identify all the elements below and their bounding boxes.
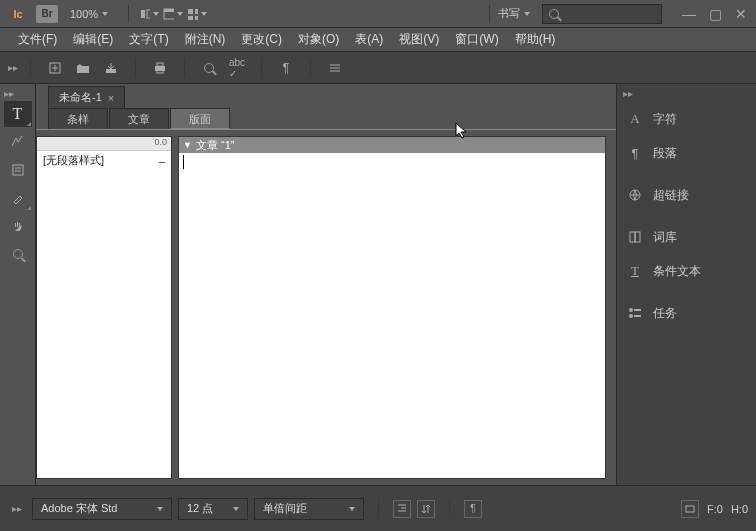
menu-object[interactable]: 对象(O): [292, 29, 345, 50]
open-icon[interactable]: [71, 56, 95, 80]
tab-styles[interactable]: 条样: [48, 108, 108, 129]
print-icon[interactable]: [148, 56, 172, 80]
app-icon: Ic: [8, 5, 28, 23]
svg-point-24: [629, 308, 633, 312]
close-tab-icon[interactable]: ×: [108, 92, 114, 104]
font-size-select[interactable]: 12 点: [178, 498, 248, 520]
panel-tasks[interactable]: 任务: [617, 296, 756, 330]
conditional-text-icon: T: [627, 263, 643, 279]
character-icon: A: [627, 111, 643, 127]
menu-view[interactable]: 视图(V): [393, 29, 445, 50]
svg-rect-6: [188, 16, 193, 20]
panel-conditional-text[interactable]: T 条件文本: [617, 254, 756, 288]
zoom-tool-icon[interactable]: [4, 241, 32, 267]
chevron-down-icon: [201, 12, 207, 16]
svg-rect-26: [634, 309, 641, 311]
workspace-select[interactable]: 书写: [498, 6, 530, 21]
menu-edit[interactable]: 编辑(E): [67, 29, 119, 50]
style-item-marker: –: [159, 155, 165, 167]
panel-label: 条件文本: [653, 263, 701, 280]
pilcrow-icon[interactable]: ¶: [274, 56, 298, 80]
view-mode-icon[interactable]: [139, 4, 159, 24]
chevron-down-icon: [157, 507, 163, 511]
document-tab-label: 未命名-1: [59, 90, 102, 105]
find-icon[interactable]: [197, 56, 221, 80]
panel-paragraph[interactable]: ¶ 段落: [617, 136, 756, 170]
view-tabs: 条样 文章 版面: [36, 108, 616, 130]
menu-table[interactable]: 表(A): [349, 29, 389, 50]
font-family-select[interactable]: Adobe 宋体 Std: [32, 498, 172, 520]
panel-thesaurus[interactable]: 词库: [617, 220, 756, 254]
svg-rect-0: [141, 10, 145, 18]
sort-icon[interactable]: [417, 500, 435, 518]
document-tabs: 未命名-1 ×: [36, 84, 616, 108]
toolbar: ▸▸ abc✓ ¶: [0, 52, 756, 84]
collapse-right-icon[interactable]: ▸▸: [617, 88, 756, 102]
panel-hyperlink[interactable]: 超链接: [617, 178, 756, 212]
close-button[interactable]: ✕: [734, 7, 748, 21]
menu-help[interactable]: 帮助(H): [509, 29, 562, 50]
divider: [310, 59, 311, 77]
screen-mode-icon[interactable]: [163, 4, 183, 24]
save-icon[interactable]: [99, 56, 123, 80]
menu-lines-icon[interactable]: [323, 56, 347, 80]
line-spacing-select[interactable]: 单倍间距: [254, 498, 364, 520]
document-tab[interactable]: 未命名-1 ×: [48, 86, 125, 108]
track-changes-tool-icon[interactable]: [4, 129, 32, 155]
menu-file[interactable]: 文件(F): [12, 29, 63, 50]
divider: [489, 5, 490, 23]
spellcheck-icon[interactable]: abc✓: [225, 56, 249, 80]
maximize-button[interactable]: ▢: [708, 7, 722, 21]
disclosure-triangle-icon[interactable]: ▼: [183, 140, 192, 150]
minimize-button[interactable]: —: [682, 7, 696, 21]
frame-icon[interactable]: [681, 500, 699, 518]
chevron-down-icon: [153, 12, 159, 16]
paragraph-style-item[interactable]: [无段落样式] –: [37, 151, 171, 170]
collapse-status-icon[interactable]: ▸▸: [8, 503, 26, 514]
paragraph-opts-icon[interactable]: ¶: [464, 500, 482, 518]
styles-panel: 0.0 [无段落样式] –: [36, 136, 172, 479]
tab-article[interactable]: 文章: [109, 108, 169, 129]
zoom-value: 100%: [70, 8, 98, 20]
hand-tool-icon[interactable]: [4, 213, 32, 239]
workspace-label: 书写: [498, 6, 520, 21]
eyedropper-tool-icon[interactable]: [4, 185, 32, 211]
menu-change[interactable]: 更改(C): [235, 29, 288, 50]
note-tool-icon[interactable]: [4, 157, 32, 183]
divider: [135, 59, 136, 77]
chevron-down-icon: [524, 12, 530, 16]
workspace: 0.0 [无段落样式] – ▼ 文章 “1”: [36, 130, 616, 485]
center-area: 未命名-1 × 条样 文章 版面 0.0 [无段落样式] – ▼ 文章 “1”: [36, 84, 616, 485]
panel-character[interactable]: A 字符: [617, 102, 756, 136]
search-box[interactable]: [542, 4, 662, 24]
tab-layout[interactable]: 版面: [170, 108, 230, 129]
titlebar: Ic Br 100% 书写 — ▢ ✕: [0, 0, 756, 28]
menubar: 文件(F) 编辑(E) 文字(T) 附注(N) 更改(C) 对象(O) 表(A)…: [0, 28, 756, 52]
editor-body[interactable]: [179, 153, 605, 478]
frame-value: F:0: [707, 503, 723, 515]
zoom-select[interactable]: 100%: [70, 8, 108, 20]
editor-panel: ▼ 文章 “1”: [178, 136, 606, 479]
chevron-down-icon: [102, 12, 108, 16]
svg-rect-31: [686, 506, 694, 512]
new-icon[interactable]: [43, 56, 67, 80]
svg-rect-14: [157, 70, 163, 73]
paragraph-icon: ¶: [627, 145, 643, 161]
arrange-icon[interactable]: [187, 4, 207, 24]
svg-point-25: [629, 314, 633, 318]
styles-header: 0.0: [37, 137, 171, 151]
type-tool-icon[interactable]: T: [4, 101, 32, 127]
panel-label: 超链接: [653, 187, 689, 204]
menu-text[interactable]: 文字(T): [123, 29, 174, 50]
menu-notes[interactable]: 附注(N): [179, 29, 232, 50]
svg-rect-7: [195, 16, 198, 20]
bridge-icon[interactable]: Br: [36, 5, 58, 23]
menu-window[interactable]: 窗口(W): [449, 29, 504, 50]
collapse-toolbar-icon[interactable]: ▸▸: [8, 62, 18, 73]
thesaurus-icon: [627, 229, 643, 245]
indent-left-icon[interactable]: [393, 500, 411, 518]
editor-header[interactable]: ▼ 文章 “1”: [179, 137, 605, 153]
collapse-tools-icon[interactable]: ▸▸: [0, 88, 14, 99]
svg-rect-22: [630, 232, 635, 242]
search-icon: [549, 9, 559, 19]
